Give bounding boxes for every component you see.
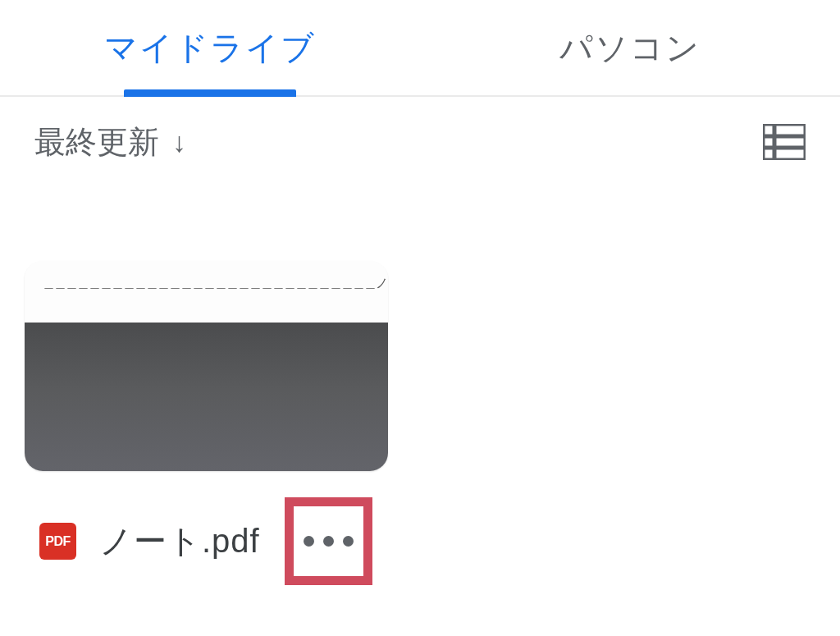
file-meta-row: PDF ノート.pdf bbox=[25, 497, 840, 585]
svg-rect-0 bbox=[763, 124, 806, 160]
tab-label: マイドライブ bbox=[104, 25, 316, 71]
more-horizontal-icon bbox=[343, 536, 354, 547]
pdf-icon: PDF bbox=[39, 523, 76, 560]
list-view-icon bbox=[763, 124, 806, 160]
tab-computer[interactable]: パソコン bbox=[420, 0, 840, 95]
file-list: ＿＿＿＿＿＿＿＿＿＿＿＿＿＿＿＿＿＿＿＿＿＿＿＿＿＿＿＿＿ノ PDF ノート.p… bbox=[0, 187, 840, 585]
thumbnail-preview-text: ＿＿＿＿＿＿＿＿＿＿＿＿＿＿＿＿＿＿＿＿＿＿＿＿＿＿＿＿＿ノ bbox=[25, 261, 388, 323]
sort-direction-icon: ↓ bbox=[172, 126, 186, 158]
more-options-button[interactable] bbox=[294, 506, 363, 576]
highlight-box bbox=[285, 497, 372, 585]
tab-my-drive[interactable]: マイドライブ bbox=[0, 0, 420, 95]
list-view-toggle[interactable] bbox=[763, 124, 806, 160]
sort-button[interactable]: 最終更新 ↓ bbox=[34, 121, 186, 163]
sort-view-row: 最終更新 ↓ bbox=[0, 97, 840, 187]
more-horizontal-icon bbox=[323, 536, 334, 547]
tab-label: パソコン bbox=[559, 25, 701, 71]
more-horizontal-icon bbox=[304, 536, 314, 547]
file-name: ノート.pdf bbox=[99, 519, 260, 564]
sort-label: 最終更新 bbox=[34, 121, 159, 163]
pdf-badge-text: PDF bbox=[45, 534, 71, 549]
drive-tabs: マイドライブ パソコン bbox=[0, 0, 840, 97]
thumbnail-body bbox=[25, 323, 388, 471]
file-thumbnail[interactable]: ＿＿＿＿＿＿＿＿＿＿＿＿＿＿＿＿＿＿＿＿＿＿＿＿＿＿＿＿＿ノ bbox=[25, 261, 388, 471]
